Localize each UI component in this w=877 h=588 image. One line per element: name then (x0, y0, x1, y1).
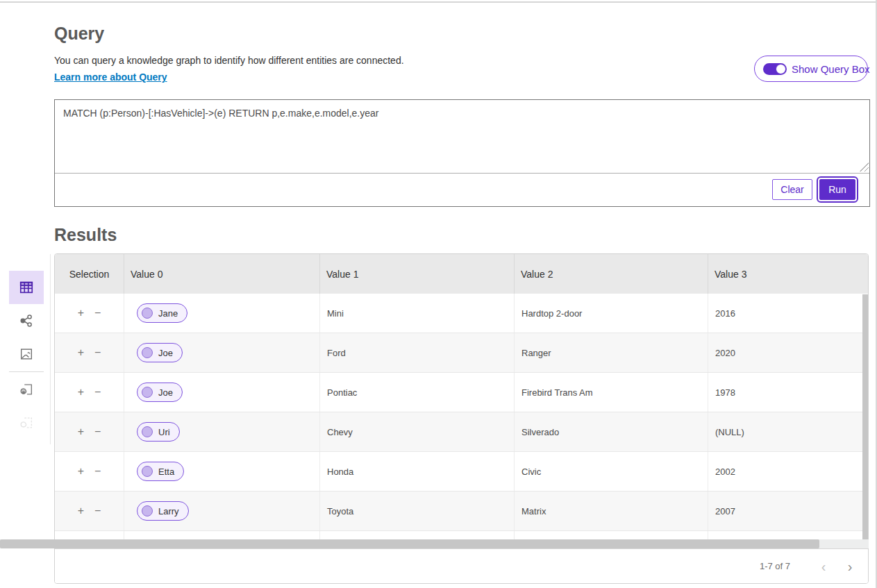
value2-cell: Firebird Trans Am (515, 373, 708, 412)
entity-pill[interactable]: Jane (137, 303, 187, 323)
value2-cell: Hardtop 2-door (515, 294, 708, 333)
table-footer: 1-7 of 7 ‹ › (55, 548, 868, 583)
entity-pill[interactable]: Etta (137, 462, 184, 481)
selection-cell: + − (55, 373, 124, 412)
entity-cell: Larry (124, 492, 320, 530)
column-header-value2: Value 2 (515, 254, 708, 294)
value3-cell: 1978 (708, 373, 868, 412)
entity-dot-icon (142, 466, 153, 477)
toggle-label: Show Query Box (792, 63, 870, 75)
query-input[interactable]: MATCH (p:Person)-[:HasVehicle]->(e) RETU… (55, 100, 869, 174)
toggle-switch-icon[interactable] (763, 63, 787, 75)
table-row: + − Joe Pontiac Firebird Trans Am 1978 (55, 373, 868, 412)
remove-from-selection-button[interactable]: − (94, 505, 101, 516)
clear-button[interactable]: Clear (772, 179, 812, 200)
entity-label: Joe (158, 387, 173, 398)
value2-cell: Ranger (515, 333, 708, 372)
entity-dot-icon (142, 426, 153, 437)
new-map-icon (19, 382, 34, 397)
value1-cell: Mini (320, 294, 515, 333)
entity-cell: Etta (124, 452, 320, 491)
remove-from-selection-button[interactable]: − (94, 308, 101, 319)
add-to-selection-button[interactable]: + (78, 387, 84, 398)
add-to-selection-button[interactable]: + (78, 466, 84, 477)
sidebar-item-map-view[interactable] (9, 337, 44, 371)
selection-cell: + − (55, 294, 124, 333)
horizontal-scrollbar[interactable] (0, 539, 869, 548)
remove-from-selection-button[interactable]: − (94, 347, 101, 358)
query-text: MATCH (p:Person)-[:HasVehicle]->(e) RETU… (63, 108, 379, 119)
top-divider (0, 1, 877, 3)
results-view-toolbar (9, 271, 44, 439)
value1-cell: Pontiac (320, 373, 515, 412)
value3-cell: 2020 (708, 333, 868, 372)
table-row: + − Uri Chevy Silverado (NULL) (55, 412, 868, 452)
entity-label: Joe (158, 348, 173, 358)
entity-cell: Joe (124, 333, 320, 372)
column-header-selection: Selection (55, 254, 124, 294)
query-actions: Clear Run (55, 174, 869, 205)
entity-pill[interactable]: Larry (137, 501, 189, 521)
sidebar-item-link-chart-view[interactable] (9, 304, 44, 337)
value2-cell: Matrix (515, 492, 708, 530)
sidebar-border (50, 254, 51, 444)
table-row: + − Etta Honda Civic 2002 (55, 452, 868, 492)
value1-cell: Honda (320, 452, 515, 491)
results-table: Selection Value 0 Value 1 Value 2 Value … (54, 253, 869, 584)
vertical-scrollbar[interactable] (862, 294, 868, 540)
entity-pill[interactable]: Uri (137, 422, 180, 442)
toolbar-divider (9, 371, 44, 372)
map-icon (19, 346, 34, 362)
resize-handle-icon[interactable] (860, 162, 869, 171)
value3-cell: 2007 (708, 492, 868, 530)
entity-cell: Jane (124, 294, 320, 333)
column-header-value0: Value 0 (124, 254, 320, 294)
table-row: + − Joe Ford Ranger 2020 (55, 333, 868, 373)
entity-label: Etta (158, 467, 174, 477)
vertical-scrollbar-thumb[interactable] (862, 294, 868, 540)
selection-cell: + − (55, 412, 124, 451)
toggle-knob (776, 64, 786, 74)
value1-cell: Chevy (320, 412, 515, 451)
chevron-left-icon[interactable]: ‹ (815, 560, 832, 573)
sidebar-item-table-view[interactable] (9, 271, 44, 304)
selection-cell: + − (55, 452, 124, 491)
query-box: MATCH (p:Person)-[:HasVehicle]->(e) RETU… (54, 99, 870, 207)
selection-cell: + − (55, 333, 124, 372)
chevron-right-icon[interactable]: › (842, 560, 858, 573)
value2-cell: Silverado (515, 412, 708, 451)
learn-more-link[interactable]: Learn more about Query (54, 72, 167, 83)
entity-dot-icon (142, 347, 153, 358)
add-to-selection-button[interactable]: + (78, 347, 84, 358)
add-to-selection-button[interactable]: + (78, 426, 84, 437)
value1-cell: Ford (320, 333, 515, 372)
entity-dot-icon (142, 308, 153, 319)
add-to-selection-button[interactable]: + (78, 308, 84, 319)
entity-label: Jane (158, 308, 178, 319)
entity-pill[interactable]: Joe (137, 383, 183, 402)
pagination-range: 1-7 of 7 (760, 561, 790, 571)
entity-dot-icon (142, 387, 153, 398)
column-header-value3: Value 3 (708, 254, 868, 294)
table-header: Selection Value 0 Value 1 Value 2 Value … (55, 254, 868, 294)
sidebar-item-new-map-view[interactable] (9, 373, 44, 406)
link-chart-icon (19, 313, 34, 328)
disabled-view-icon (19, 415, 34, 430)
entity-cell: Uri (124, 412, 320, 451)
entity-label: Uri (158, 427, 170, 437)
entity-pill[interactable]: Joe (137, 343, 183, 362)
query-description: You can query a knowledge graph to ident… (54, 55, 404, 66)
add-to-selection-button[interactable]: + (78, 505, 84, 516)
table-row: + − Larry Toyota Matrix 2007 (55, 492, 868, 531)
query-page: Query You can query a knowledge graph to… (0, 0, 877, 588)
remove-from-selection-button[interactable]: − (94, 426, 101, 437)
run-button[interactable]: Run (819, 179, 855, 200)
selection-cell: + − (55, 492, 124, 530)
horizontal-scrollbar-thumb[interactable] (0, 539, 819, 548)
sidebar-item-new-view-disabled (9, 406, 44, 439)
remove-from-selection-button[interactable]: − (94, 466, 101, 477)
remove-from-selection-button[interactable]: − (94, 387, 101, 398)
value3-cell: 2016 (708, 294, 868, 333)
show-query-box-toggle[interactable]: Show Query Box (754, 56, 868, 82)
value2-cell: Civic (515, 452, 708, 491)
